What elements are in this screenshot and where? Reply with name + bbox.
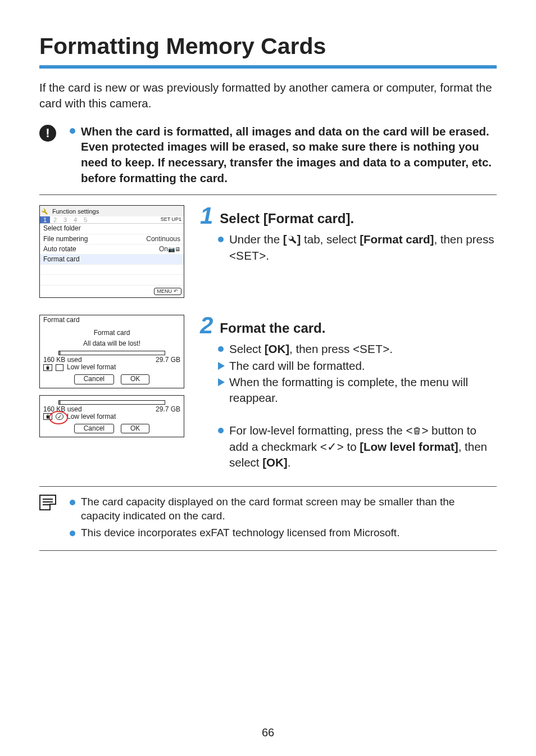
tab-3[interactable]: 3: [60, 216, 70, 223]
ok-button[interactable]: OK: [121, 374, 149, 384]
wrench-icon: [287, 233, 297, 248]
page-number: 66: [0, 725, 536, 740]
menu-label: Select folder: [43, 225, 180, 232]
warning-block: ! When the card is formatted, all images…: [39, 124, 497, 186]
total-label: 29.7 GB: [156, 356, 180, 364]
tab-2[interactable]: 2: [50, 216, 60, 223]
low-level-label: Low level format: [67, 413, 116, 420]
menu-item-empty: [40, 275, 184, 285]
check-icon: ✓: [327, 440, 337, 453]
low-level-checkbox-checked[interactable]: ✓: [56, 413, 63, 420]
step-2-line-2: The card will be formatted.: [229, 358, 365, 374]
used-label: 160 KB used: [43, 406, 82, 413]
note-2: This device incorporates exFAT technolog…: [81, 526, 399, 540]
bullet-icon: [218, 237, 224, 242]
menu-item-auto-rotate[interactable]: Auto rotate On📷🖥: [40, 245, 184, 255]
usage-bar: [58, 351, 165, 355]
step-1-title: Select [Format card].: [220, 205, 354, 228]
caution-icon: !: [39, 125, 56, 142]
menu-value: On📷🖥: [159, 246, 180, 253]
intro-text: If the card is new or was previously for…: [39, 80, 497, 111]
bullet-icon: [218, 428, 224, 433]
menu-item-select-folder[interactable]: Select folder: [40, 224, 184, 234]
low-level-label: Low level format: [67, 364, 116, 371]
trash-icon[interactable]: [43, 413, 52, 420]
tabs-row: 1 2 3 4 5 SET UP1: [40, 216, 184, 223]
warning-text: When the card is formatted, all images a…: [81, 124, 497, 186]
tab-4[interactable]: 4: [70, 216, 80, 223]
screenshot-format-card-low-level: 160 KB used 29.7 GB ✓ Low level format C…: [39, 395, 184, 438]
note-icon: [39, 495, 56, 510]
menu-label: Auto rotate: [43, 246, 159, 253]
menu-label: Format card: [43, 256, 180, 263]
ok-button[interactable]: OK: [121, 424, 149, 433]
format-card-line1: Format card: [40, 329, 184, 337]
step-2-line-1: Select [OK], then press <SET>.: [229, 341, 393, 357]
tab-1[interactable]: 1: [40, 216, 50, 223]
cancel-button[interactable]: Cancel: [74, 424, 114, 433]
step-number-2: 2: [200, 315, 213, 337]
step-2-line-3: When the formatting is complete, the men…: [229, 374, 497, 405]
note-1: The card capacity displayed on the card …: [81, 495, 497, 523]
screenshot-function-settings: Function settings 1 2 3 4 5 SET UP1 Sele…: [39, 205, 184, 298]
camera-icon: 📷: [168, 246, 175, 252]
monitor-icon: 🖥: [175, 246, 180, 252]
menu-item-file-numbering[interactable]: File numbering Continuous: [40, 234, 184, 245]
menu-btn-label: MENU: [157, 289, 172, 295]
bullet-icon: [70, 531, 75, 536]
arrow-icon: [218, 378, 225, 386]
back-icon: ↶: [174, 289, 178, 295]
page-title: Formatting Memory Cards: [39, 31, 497, 69]
wrench-icon: [40, 207, 49, 216]
menu-item-format-card[interactable]: Format card: [40, 255, 184, 265]
format-card-line2: All data will be lost!: [40, 340, 184, 347]
low-level-checkbox[interactable]: [56, 364, 63, 371]
bullet-icon: [70, 128, 75, 134]
format-card-header: Format card: [40, 315, 184, 325]
notes-block: The card capacity displayed on the card …: [39, 486, 497, 551]
tab-5[interactable]: 5: [80, 216, 90, 223]
cancel-button[interactable]: Cancel: [74, 374, 114, 384]
trash-icon[interactable]: [43, 364, 52, 371]
setup-label: SET UP1: [161, 217, 184, 223]
bullet-icon: [70, 500, 75, 505]
step-2-title: Format the card.: [220, 315, 325, 337]
separator: [39, 194, 497, 195]
usage-bar: [58, 400, 165, 405]
total-label: 29.7 GB: [156, 406, 180, 413]
menu-back-button[interactable]: MENU ↶: [154, 288, 182, 296]
step-1-line: Under the [] tab, select [Format card], …: [229, 232, 497, 264]
topbar-title: Function settings: [52, 208, 99, 215]
screenshot-format-card: Format card Format card All data will be…: [39, 315, 184, 388]
menu-label: File numbering: [43, 236, 146, 243]
arrow-icon: [218, 362, 225, 370]
trash-icon: [412, 424, 421, 440]
bullet-icon: [218, 346, 224, 352]
step-number-1: 1: [200, 205, 213, 228]
step-2-line-4: For low-level formatting, press the <> b…: [229, 423, 497, 470]
menu-item-empty: [40, 265, 184, 275]
menu-value: Continuous: [146, 236, 180, 243]
